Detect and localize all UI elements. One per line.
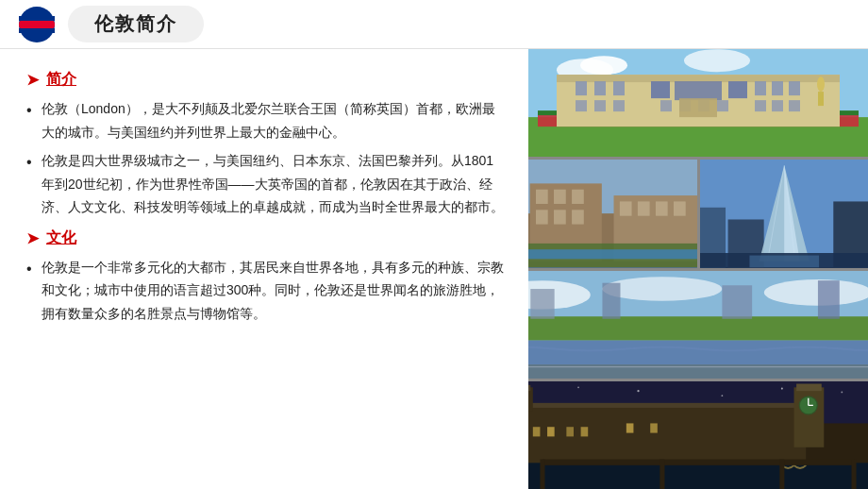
section-intro-title: 简介 [46, 70, 76, 90]
svg-rect-84 [796, 383, 822, 391]
svg-rect-96 [528, 463, 868, 489]
svg-rect-91 [547, 427, 555, 436]
logo-blue-top [19, 16, 55, 21]
svg-rect-27 [789, 100, 800, 111]
svg-rect-94 [626, 423, 634, 432]
svg-point-74 [722, 395, 724, 396]
svg-rect-97 [542, 459, 854, 464]
svg-rect-92 [566, 427, 574, 436]
svg-rect-65 [818, 280, 840, 319]
svg-rect-42 [638, 202, 650, 216]
main-content: ➤ 简介 伦敦（London），是大不列颠及北爱尔兰联合王国（简称英国）首都，欧… [0, 49, 868, 489]
svg-rect-39 [554, 211, 566, 225]
svg-rect-38 [536, 211, 548, 225]
svg-rect-19 [594, 100, 606, 111]
image-panel [528, 49, 868, 489]
svg-rect-80 [528, 403, 806, 408]
image-the-shard [700, 160, 869, 267]
svg-rect-24 [717, 100, 728, 111]
svg-rect-25 [755, 100, 766, 111]
arrow-icon-intro: ➤ [26, 71, 39, 89]
svg-rect-12 [651, 81, 670, 98]
section-intro-heading: ➤ 简介 [26, 70, 506, 90]
svg-rect-13 [675, 81, 722, 100]
svg-rect-66 [528, 340, 868, 363]
svg-rect-26 [772, 100, 783, 111]
svg-point-75 [781, 387, 783, 389]
image-thames-river [528, 271, 868, 379]
svg-rect-36 [554, 190, 566, 204]
svg-rect-56 [749, 256, 819, 268]
svg-point-73 [637, 390, 639, 392]
svg-rect-30 [818, 92, 824, 106]
svg-rect-11 [613, 81, 625, 95]
svg-rect-64 [722, 285, 752, 319]
svg-rect-16 [772, 81, 783, 95]
svg-rect-18 [576, 100, 587, 111]
page-title: 伦敦简介 [68, 6, 204, 42]
image-london-building [528, 160, 697, 267]
svg-rect-9 [576, 81, 587, 95]
svg-point-29 [817, 76, 825, 92]
svg-point-72 [577, 386, 579, 388]
svg-rect-82 [528, 385, 530, 391]
svg-point-59 [602, 277, 722, 300]
svg-rect-15 [755, 81, 766, 95]
image-westminster-night [528, 381, 868, 489]
bullet-intro-2: 伦敦是四大世界级城市之一，与美国纽约、日本东京、法国巴黎并列。从1801年到20… [26, 149, 506, 219]
svg-rect-14 [728, 81, 747, 98]
svg-rect-20 [613, 100, 625, 111]
header: 伦敦简介 [0, 0, 868, 49]
bullet-culture-1: 伦敦是一个非常多元化的大都市，其居民来自世界各地，具有多元的种族、宗教和文化；城… [26, 256, 506, 326]
svg-rect-62 [530, 289, 554, 319]
svg-point-60 [764, 278, 868, 305]
bullet-intro-1: 伦敦（London），是大不列颠及北爱尔兰联合王国（简称英国）首都，欧洲最大的城… [26, 97, 506, 143]
svg-rect-41 [620, 202, 632, 216]
logo-blue-bottom [19, 28, 55, 33]
section-culture-heading: ➤ 文化 [26, 228, 506, 248]
svg-rect-8 [557, 75, 840, 82]
svg-rect-17 [789, 81, 800, 95]
section-culture-title: 文化 [46, 228, 76, 248]
svg-rect-44 [674, 202, 686, 216]
arrow-icon-culture: ➤ [26, 229, 39, 247]
svg-rect-46 [528, 249, 697, 259]
svg-rect-35 [536, 190, 548, 204]
svg-point-2 [580, 56, 627, 75]
svg-rect-61 [528, 316, 868, 340]
svg-point-76 [841, 391, 843, 393]
london-underground-logo [19, 7, 55, 42]
svg-rect-40 [572, 211, 584, 225]
svg-rect-43 [656, 202, 668, 216]
section-intro-bullets: 伦敦（London），是大不列颠及北爱尔兰联合王国（简称英国）首都，欧洲最大的城… [26, 97, 506, 219]
image-buckingham-palace [528, 49, 868, 157]
svg-rect-28 [679, 98, 717, 117]
svg-rect-37 [572, 190, 584, 204]
svg-rect-63 [602, 282, 620, 318]
svg-rect-95 [650, 423, 658, 432]
text-panel: ➤ 简介 伦敦（London），是大不列颠及北爱尔兰联合王国（简称英国）首都，欧… [0, 49, 528, 489]
svg-rect-21 [660, 100, 672, 111]
svg-point-3 [684, 49, 750, 72]
svg-rect-10 [594, 81, 606, 95]
svg-rect-93 [581, 427, 589, 436]
section-culture-bullets: 伦敦是一个非常多元化的大都市，其居民来自世界各地，具有多元的种族、宗教和文化；城… [26, 256, 506, 326]
svg-rect-90 [533, 427, 541, 436]
